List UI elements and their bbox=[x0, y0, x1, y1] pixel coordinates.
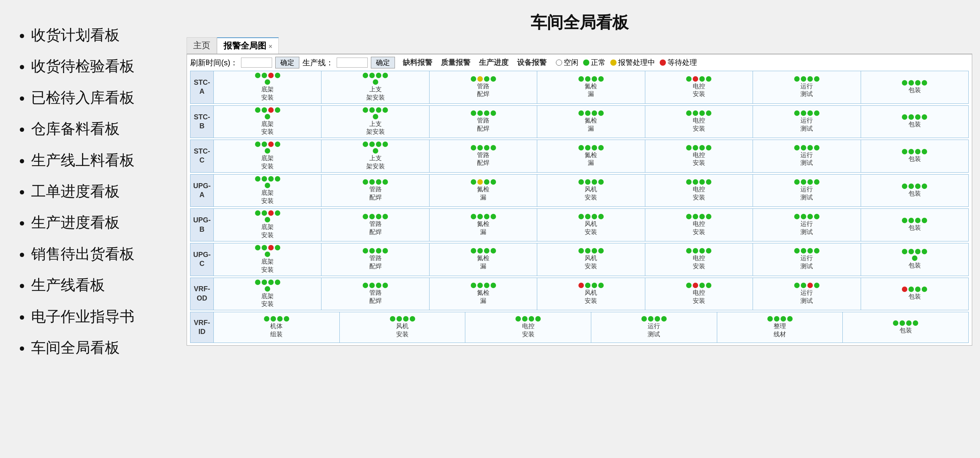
status-dot bbox=[902, 114, 907, 120]
station-dots bbox=[902, 287, 927, 292]
station-name: 底架安装 bbox=[261, 86, 274, 102]
status-dot bbox=[265, 183, 270, 188]
status-dot bbox=[477, 145, 483, 150]
station-name: 运行测试 bbox=[800, 289, 813, 305]
station-dots bbox=[360, 73, 391, 85]
status-dot bbox=[922, 184, 927, 189]
station: 包装 bbox=[861, 140, 968, 172]
station-dots bbox=[252, 176, 283, 188]
alert-type-label: 设备报警 bbox=[515, 57, 549, 68]
confirm2-button[interactable]: 确定 bbox=[371, 57, 395, 68]
station-dots bbox=[471, 283, 496, 288]
station-name: 管路配焊 bbox=[369, 220, 382, 236]
status-dot bbox=[693, 145, 698, 150]
stations: 底架安装上支架安装管路配焊氮检漏电控安装运行测试包装 bbox=[214, 106, 968, 138]
status-dot bbox=[915, 80, 921, 86]
status-dot bbox=[598, 214, 604, 219]
line-row-UPG-B: UPG-B底架安装管路配焊氮检漏风机安装电控安装运行测试包装 bbox=[190, 208, 969, 241]
status-dot bbox=[268, 107, 274, 113]
station-name: 包装 bbox=[908, 86, 921, 94]
status-dot bbox=[807, 145, 813, 150]
station-name: 管路配焊 bbox=[477, 117, 489, 133]
left-menu-item[interactable]: 生产线上料看板 bbox=[31, 145, 167, 176]
station: 氮检漏 bbox=[430, 209, 537, 241]
status-dot bbox=[801, 76, 806, 82]
status-dot bbox=[693, 76, 698, 82]
station: 管路配焊 bbox=[321, 278, 429, 310]
legend-label: 报警处理中 bbox=[618, 58, 655, 68]
station-name: 包装 bbox=[900, 327, 912, 335]
status-dot bbox=[598, 76, 604, 82]
station-dots bbox=[471, 248, 496, 253]
left-menu-item[interactable]: 收货待检验看板 bbox=[31, 51, 167, 82]
status-dot bbox=[902, 184, 907, 189]
status-dot bbox=[484, 214, 489, 219]
station: 运行测试 bbox=[753, 175, 861, 207]
status-dot bbox=[900, 320, 905, 326]
status-dot bbox=[471, 179, 476, 185]
status-dot bbox=[774, 316, 779, 322]
tab-close-icon[interactable]: × bbox=[269, 43, 272, 50]
status-dot bbox=[376, 73, 381, 78]
left-menu-item[interactable]: 销售待出货看板 bbox=[31, 238, 167, 269]
status-dot bbox=[706, 76, 711, 82]
station-name: 风机安装 bbox=[585, 254, 597, 271]
station: 包装 bbox=[861, 175, 968, 207]
status-dot bbox=[383, 142, 388, 147]
station: 底架安装 bbox=[214, 140, 321, 172]
line-row-STC-C: STC-C底架安装上支架安装管路配焊氮检漏电控安装运行测试包装 bbox=[190, 140, 969, 173]
legend-item: 空闲 bbox=[556, 58, 578, 68]
line-label: UPG-A bbox=[190, 175, 214, 207]
tab-home[interactable]: 主页 bbox=[187, 37, 217, 54]
station-name: 风机安装 bbox=[396, 322, 409, 339]
status-dot bbox=[578, 248, 584, 253]
status-dot bbox=[471, 76, 476, 82]
station-name: 运行测试 bbox=[800, 117, 813, 133]
status-dot bbox=[801, 179, 806, 185]
confirm1-button[interactable]: 确定 bbox=[275, 57, 299, 68]
station-name: 电控安装 bbox=[693, 220, 705, 236]
tab-alarm[interactable]: 报警全局图× bbox=[217, 37, 279, 54]
status-dot bbox=[585, 145, 590, 150]
status-dot bbox=[262, 176, 267, 182]
station-dots bbox=[794, 110, 819, 116]
status-dot bbox=[807, 110, 813, 116]
line-label: STC-C bbox=[190, 140, 214, 172]
station: 氮检漏 bbox=[430, 278, 537, 310]
left-menu-item[interactable]: 车间全局看板 bbox=[31, 332, 167, 363]
left-menu-item[interactable]: 工单进度看板 bbox=[31, 176, 167, 207]
status-dot bbox=[807, 283, 813, 288]
status-dot bbox=[383, 73, 388, 78]
status-dot bbox=[376, 214, 381, 219]
status-dot bbox=[699, 248, 705, 253]
left-menu-item[interactable]: 收货计划看板 bbox=[31, 19, 167, 51]
station: 管路配焊 bbox=[321, 243, 429, 276]
line-label: VRF-OD bbox=[190, 278, 214, 310]
station-name: 包装 bbox=[908, 224, 921, 232]
status-dot bbox=[477, 283, 483, 288]
status-dot bbox=[699, 76, 705, 82]
station: 运行测试 bbox=[753, 243, 861, 276]
left-menu-item[interactable]: 生产线看板 bbox=[31, 269, 167, 301]
left-menu-item[interactable]: 电子作业指导书 bbox=[31, 301, 167, 332]
status-dot bbox=[265, 252, 270, 257]
left-menu-item[interactable]: 已检待入库看板 bbox=[31, 82, 167, 113]
station-name: 底架安装 bbox=[261, 292, 274, 309]
status-dot bbox=[922, 249, 927, 254]
station-name: 风机安装 bbox=[585, 289, 597, 305]
left-menu-item[interactable]: 仓库备料看板 bbox=[31, 113, 167, 144]
line-input[interactable] bbox=[337, 58, 368, 68]
status-dot bbox=[271, 316, 276, 322]
delay-input[interactable] bbox=[241, 58, 272, 68]
status-dot bbox=[706, 145, 711, 150]
status-dot bbox=[255, 210, 260, 216]
status-dot bbox=[908, 287, 914, 292]
station-name: 包装 bbox=[908, 121, 921, 129]
station-dots bbox=[902, 80, 927, 86]
station: 风机安装 bbox=[537, 243, 645, 276]
station-name: 底架安装 bbox=[261, 120, 274, 136]
status-dot bbox=[902, 249, 907, 254]
status-dot bbox=[275, 107, 280, 113]
left-menu-item[interactable]: 生产进度看板 bbox=[31, 207, 167, 238]
status-dot bbox=[801, 145, 806, 150]
